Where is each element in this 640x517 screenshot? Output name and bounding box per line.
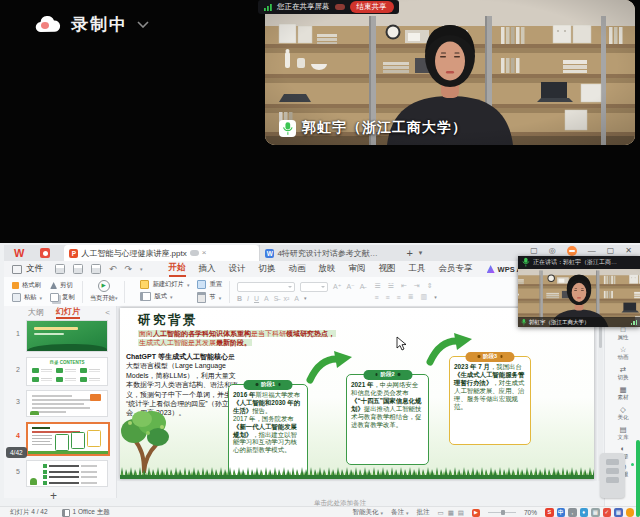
interface-skin-icon[interactable]: ▢ xyxy=(530,246,538,256)
floating-meeting-window[interactable]: 正在讲话：郭虹宇（浙江工商… 郭虹宇（浙江工商大学） xyxy=(518,256,640,327)
timeline-box-stage1[interactable]: 阶段1 2016 年斯坦福大学发布《人工智能和2030 年的生活》报告。 201… xyxy=(228,384,308,479)
italic-button[interactable]: I xyxy=(247,295,249,302)
comments-button[interactable]: 批注 xyxy=(417,508,430,517)
justify-button[interactable]: ≣ xyxy=(408,293,416,301)
skin-icon[interactable]: ▦ xyxy=(614,508,623,517)
zoom-level[interactable]: 70% xyxy=(524,509,537,516)
reset-button[interactable]: 重置 xyxy=(197,280,222,289)
slides-tab[interactable]: 幻灯片 xyxy=(56,306,80,319)
voice-input-icon[interactable]: ♦ xyxy=(580,508,589,517)
slideshow-button[interactable]: ▶ xyxy=(472,509,480,517)
slide-canvas[interactable]: 研究背景 面向人工智能的各学科知识体系重构是当下科研领域研究热点， 生成式人工智… xyxy=(120,308,594,479)
chinese-input-icon[interactable]: 中 xyxy=(557,508,566,517)
smart-beautify-button[interactable]: 智能美化▾ xyxy=(352,508,383,517)
document-tab-inactive[interactable]: W 4特研究设计对话参考文献列… xyxy=(259,245,398,261)
new-tab-button[interactable]: + xyxy=(406,248,412,258)
section-button[interactable]: 节▾ xyxy=(197,292,222,303)
tab-slideshow[interactable]: 放映 xyxy=(319,263,336,275)
timeline-box-stage2[interactable]: 阶段2 2021 年，中央网络安全和信息化委员会发布《“十四五”国家信息化规划》… xyxy=(346,374,429,465)
slide-sorter-icon[interactable]: ▦ xyxy=(448,509,454,517)
columns-button[interactable]: ▥ xyxy=(421,293,430,301)
zoom-slider[interactable] xyxy=(488,512,516,514)
panel-item-animation[interactable]: ☆动画 xyxy=(605,346,640,360)
tab-insert[interactable]: 插入 xyxy=(199,263,216,275)
panel-item-assets[interactable]: ▦素材 xyxy=(605,386,640,400)
line-spacing-button[interactable]: ⇕ xyxy=(427,282,435,290)
floating-widget[interactable] xyxy=(600,453,625,498)
numbering-button[interactable]: ☱ xyxy=(388,282,396,290)
notes-button[interactable]: 备注▾ xyxy=(391,508,409,517)
tab-view[interactable]: 视图 xyxy=(379,263,396,275)
timeline-box-stage3[interactable]: 阶段3 2023 年 7 月，我国出台《生成式人工智能服务管理暂行办法》，对生成… xyxy=(449,356,531,445)
indent-decrease-button[interactable]: ⇤ xyxy=(401,282,409,290)
normal-view-icon[interactable]: ▭ xyxy=(438,509,444,517)
bullets-button[interactable]: ☰ xyxy=(374,282,382,290)
slide-subtitle[interactable]: 面向人工智能的各学科知识体系重构是当下科研领域研究热点， 生成式人工智能是其发展… xyxy=(138,329,474,347)
toolbox-icon[interactable]: ✓ xyxy=(603,508,612,517)
wps-logo-icon[interactable]: W xyxy=(14,248,24,259)
maximize-button[interactable]: ▢ xyxy=(607,246,615,256)
play-from-current-button[interactable]: ▶ 当页开始▾ xyxy=(90,280,118,303)
tray-more-icon[interactable] xyxy=(626,508,635,517)
recording-indicator[interactable]: 录制中 xyxy=(34,13,149,36)
tab-animation[interactable]: 动画 xyxy=(289,263,306,275)
panel-item-transition[interactable]: ⇄切换 xyxy=(605,366,640,380)
font-size-select[interactable] xyxy=(300,282,328,292)
align-right-button[interactable]: ≡ xyxy=(397,294,403,301)
cut-button[interactable]: 剪切 xyxy=(50,281,75,290)
main-video-tile[interactable]: 郭虹宇（浙江工商大学） xyxy=(265,0,635,145)
slide-thumbnail-2[interactable]: 目录 CONTENTS xyxy=(26,357,108,386)
wps-ai-robot-icon[interactable] xyxy=(567,246,577,256)
export-icon[interactable] xyxy=(91,264,101,274)
keyboard-icon[interactable]: ▦ xyxy=(591,508,600,517)
minimize-button[interactable]: — xyxy=(588,246,596,256)
panel-item-beautify[interactable]: ◇美化 xyxy=(605,406,640,420)
slide-thumbnail-5[interactable] xyxy=(26,460,108,487)
format-painter-button[interactable]: 格式刷 xyxy=(12,281,42,290)
slide-thumbnail-1[interactable] xyxy=(26,320,108,352)
outline-tab[interactable]: 大纲 xyxy=(28,307,44,318)
align-left-button[interactable]: ≡ xyxy=(374,294,380,301)
close-button[interactable]: ✕ xyxy=(625,246,632,256)
font-name-select[interactable] xyxy=(237,282,295,292)
layout-button[interactable]: 版式▾ xyxy=(140,292,189,301)
slide-thumbnail-4-selected[interactable] xyxy=(26,422,110,456)
floating-video[interactable]: 郭虹宇（浙江工商大学） xyxy=(518,269,640,327)
underline-button[interactable]: U xyxy=(254,295,259,302)
home-icon[interactable] xyxy=(40,248,50,258)
quick-access-caret[interactable]: ▾ xyxy=(140,266,143,272)
zoom-knob[interactable] xyxy=(501,510,505,516)
punctuation-icon[interactable]: , xyxy=(568,508,577,517)
tab-member[interactable]: 会员专享 xyxy=(439,263,473,275)
tab-design[interactable]: 设计 xyxy=(229,263,246,275)
panel-item-library[interactable]: ▤文库 xyxy=(605,426,640,440)
align-center-button[interactable]: ≡ xyxy=(386,294,392,301)
end-share-button[interactable]: 结束共享 xyxy=(350,1,394,13)
add-slide-button[interactable]: + xyxy=(50,491,57,501)
tab-tools[interactable]: 工具 xyxy=(409,263,426,275)
panel-item-properties[interactable]: □属性 xyxy=(605,326,640,340)
tab-review[interactable]: 审阅 xyxy=(349,263,366,275)
indent-increase-button[interactable]: ⇥ xyxy=(414,282,422,290)
sogou-icon[interactable]: S xyxy=(545,508,554,517)
bold-button[interactable]: B xyxy=(237,295,242,302)
slide-body-text[interactable]: ChatGPT 等生成式人工智能核心是大型语言模型（Large Language… xyxy=(126,352,239,418)
reading-view-icon[interactable]: ▤ xyxy=(458,509,464,517)
file-menu[interactable]: 文件 xyxy=(12,263,43,275)
tab-close-icon[interactable]: × xyxy=(202,249,207,257)
tab-transitions[interactable]: 切换 xyxy=(259,263,276,275)
slide-thumbnail-3[interactable] xyxy=(26,390,108,417)
print-icon[interactable] xyxy=(73,264,83,274)
copy-button[interactable]: 复制 xyxy=(50,293,75,302)
chevron-down-icon[interactable] xyxy=(137,21,149,28)
redo-icon[interactable]: ↷ xyxy=(125,265,133,274)
document-tab-active[interactable]: P 人工智能与心理健康讲座.pptx × xyxy=(64,245,259,261)
paste-button[interactable]: 粘贴▾ xyxy=(12,293,42,302)
theme-indicator[interactable]: 1 Office 主题 xyxy=(62,508,110,517)
undo-icon[interactable]: ↶ xyxy=(109,265,117,274)
tab-home[interactable]: 开始 xyxy=(169,262,186,277)
save-icon[interactable] xyxy=(55,264,65,274)
slide-title[interactable]: 研究背景 xyxy=(138,312,198,329)
collapse-panel-icon[interactable]: < xyxy=(105,308,110,317)
settings-icon[interactable]: ◎ xyxy=(549,246,556,256)
